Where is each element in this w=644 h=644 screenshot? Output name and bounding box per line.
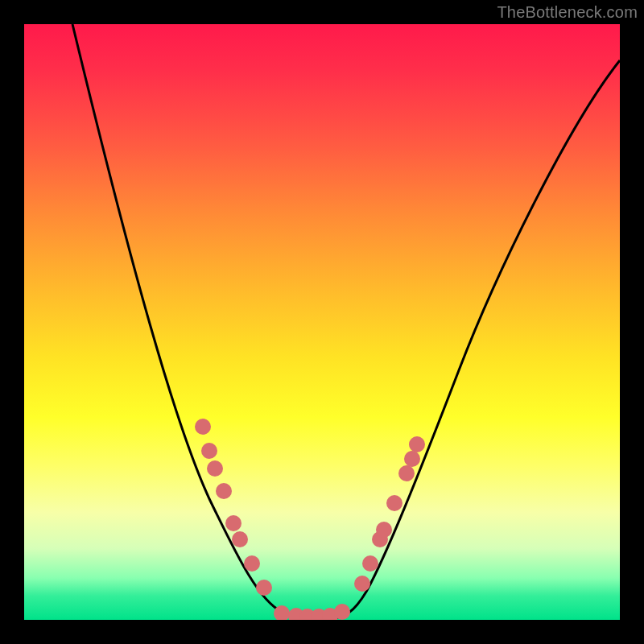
data-marker xyxy=(232,531,248,547)
data-marker xyxy=(409,436,425,452)
data-marker xyxy=(398,465,415,481)
data-marker xyxy=(207,460,223,477)
curve-layer xyxy=(24,24,620,620)
data-marker xyxy=(354,576,370,592)
data-marker xyxy=(201,443,217,459)
data-marker xyxy=(195,419,211,435)
data-marker xyxy=(334,604,350,620)
data-marker xyxy=(244,555,260,572)
data-marker xyxy=(404,451,420,467)
data-marker xyxy=(216,483,232,499)
bottleneck-curve xyxy=(72,24,620,618)
plot-area xyxy=(24,24,620,620)
marker-group xyxy=(195,419,425,620)
data-marker xyxy=(376,522,392,538)
data-marker xyxy=(225,515,242,531)
data-marker xyxy=(386,495,402,511)
data-marker xyxy=(362,555,378,572)
watermark-text: TheBottleneck.com xyxy=(497,3,638,22)
data-marker xyxy=(256,580,272,596)
